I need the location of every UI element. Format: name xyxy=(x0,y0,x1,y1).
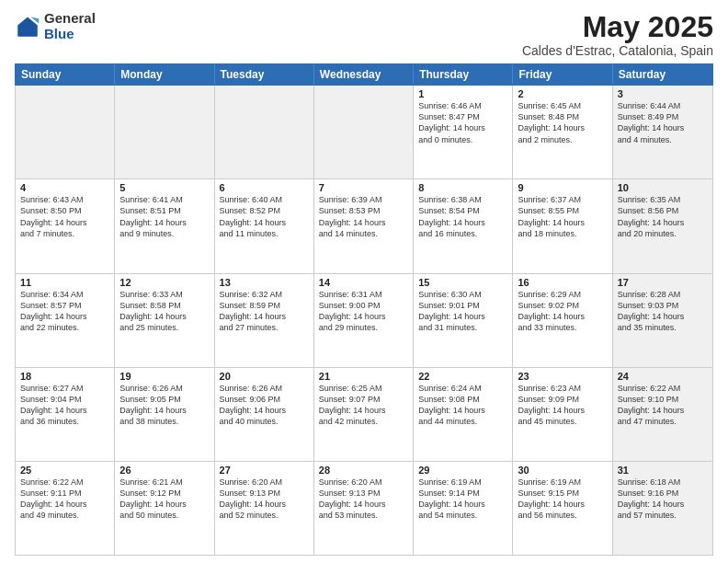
logo-text: General Blue xyxy=(44,11,96,41)
day-number: 14 xyxy=(319,277,408,288)
day-info: Sunrise: 6:21 AMSunset: 9:12 PMDaylight:… xyxy=(119,477,209,522)
day-info: Sunrise: 6:41 AMSunset: 8:51 PMDaylight:… xyxy=(119,194,209,239)
day-info: Sunrise: 6:26 AMSunset: 9:06 PMDaylight:… xyxy=(220,383,309,428)
calendar-day-6: 6Sunrise: 6:40 AMSunset: 8:52 PMDaylight… xyxy=(215,179,314,272)
header-day-saturday: Saturday xyxy=(613,64,712,85)
day-number: 6 xyxy=(220,182,309,193)
calendar-day-13: 13Sunrise: 6:32 AMSunset: 8:59 PMDayligh… xyxy=(215,274,314,367)
calendar-day-23: 23Sunrise: 6:23 AMSunset: 9:09 PMDayligh… xyxy=(513,368,612,461)
day-number: 17 xyxy=(618,277,708,288)
day-info: Sunrise: 6:20 AMSunset: 9:13 PMDaylight:… xyxy=(319,477,408,522)
day-info: Sunrise: 6:35 AMSunset: 8:56 PMDaylight:… xyxy=(618,194,708,239)
calendar-day-18: 18Sunrise: 6:27 AMSunset: 9:04 PMDayligh… xyxy=(16,368,115,461)
calendar-day-12: 12Sunrise: 6:33 AMSunset: 8:58 PMDayligh… xyxy=(115,274,214,367)
day-number: 22 xyxy=(418,371,507,382)
calendar-header-row: SundayMondayTuesdayWednesdayThursdayFrid… xyxy=(15,63,713,86)
calendar-day-3: 3Sunrise: 6:44 AMSunset: 8:49 PMDaylight… xyxy=(613,86,712,178)
logo-icon xyxy=(15,14,40,40)
main-title: May 2025 xyxy=(522,11,713,43)
calendar-day-20: 20Sunrise: 6:26 AMSunset: 9:06 PMDayligh… xyxy=(215,368,314,461)
calendar-week-5: 25Sunrise: 6:22 AMSunset: 9:11 PMDayligh… xyxy=(16,462,712,555)
day-info: Sunrise: 6:19 AMSunset: 9:14 PMDaylight:… xyxy=(418,477,507,522)
day-number: 8 xyxy=(418,182,507,193)
day-number: 25 xyxy=(20,465,109,476)
day-number: 30 xyxy=(518,465,607,476)
day-info: Sunrise: 6:40 AMSunset: 8:52 PMDaylight:… xyxy=(220,194,309,239)
day-number: 28 xyxy=(319,465,408,476)
calendar-empty-cell xyxy=(314,86,414,178)
day-info: Sunrise: 6:19 AMSunset: 9:15 PMDaylight:… xyxy=(518,477,607,522)
day-info: Sunrise: 6:39 AMSunset: 8:53 PMDaylight:… xyxy=(319,194,408,239)
day-info: Sunrise: 6:46 AMSunset: 8:47 PMDaylight:… xyxy=(418,100,507,145)
header-day-friday: Friday xyxy=(513,64,612,85)
day-info: Sunrise: 6:29 AMSunset: 9:02 PMDaylight:… xyxy=(518,289,607,334)
day-info: Sunrise: 6:30 AMSunset: 9:01 PMDaylight:… xyxy=(418,289,507,334)
calendar-week-4: 18Sunrise: 6:27 AMSunset: 9:04 PMDayligh… xyxy=(16,368,712,462)
header-day-monday: Monday xyxy=(115,64,214,85)
calendar-day-4: 4Sunrise: 6:43 AMSunset: 8:50 PMDaylight… xyxy=(16,179,115,272)
logo-general-label: General xyxy=(44,11,96,27)
calendar-day-9: 9Sunrise: 6:37 AMSunset: 8:55 PMDaylight… xyxy=(513,179,612,272)
calendar-week-3: 11Sunrise: 6:34 AMSunset: 8:57 PMDayligh… xyxy=(16,274,712,368)
day-info: Sunrise: 6:18 AMSunset: 9:16 PMDaylight:… xyxy=(618,477,708,522)
day-number: 1 xyxy=(418,88,507,99)
page-container: General Blue May 2025 Caldes d'Estrac, C… xyxy=(0,0,728,563)
calendar-empty-cell xyxy=(115,86,214,178)
day-number: 13 xyxy=(220,277,309,288)
day-info: Sunrise: 6:38 AMSunset: 8:54 PMDaylight:… xyxy=(418,194,507,239)
day-number: 16 xyxy=(518,277,607,288)
logo: General Blue xyxy=(15,11,96,41)
calendar-day-7: 7Sunrise: 6:39 AMSunset: 8:53 PMDaylight… xyxy=(314,179,414,272)
day-number: 4 xyxy=(20,182,109,193)
calendar-day-30: 30Sunrise: 6:19 AMSunset: 9:15 PMDayligh… xyxy=(513,462,612,555)
day-number: 15 xyxy=(418,277,507,288)
day-info: Sunrise: 6:23 AMSunset: 9:09 PMDaylight:… xyxy=(518,383,607,428)
day-number: 9 xyxy=(518,182,607,193)
calendar-day-22: 22Sunrise: 6:24 AMSunset: 9:08 PMDayligh… xyxy=(414,368,513,461)
calendar-week-2: 4Sunrise: 6:43 AMSunset: 8:50 PMDaylight… xyxy=(16,179,712,273)
day-number: 19 xyxy=(119,371,209,382)
day-info: Sunrise: 6:43 AMSunset: 8:50 PMDaylight:… xyxy=(20,194,109,239)
calendar-empty-cell xyxy=(16,86,115,178)
calendar-day-17: 17Sunrise: 6:28 AMSunset: 9:03 PMDayligh… xyxy=(613,274,712,367)
subtitle: Caldes d'Estrac, Catalonia, Spain xyxy=(522,43,713,58)
calendar-day-5: 5Sunrise: 6:41 AMSunset: 8:51 PMDaylight… xyxy=(115,179,214,272)
calendar-day-28: 28Sunrise: 6:20 AMSunset: 9:13 PMDayligh… xyxy=(314,462,414,555)
calendar-day-21: 21Sunrise: 6:25 AMSunset: 9:07 PMDayligh… xyxy=(314,368,414,461)
calendar-day-31: 31Sunrise: 6:18 AMSunset: 9:16 PMDayligh… xyxy=(613,462,712,555)
day-number: 10 xyxy=(618,182,708,193)
day-number: 2 xyxy=(518,88,607,99)
day-info: Sunrise: 6:44 AMSunset: 8:49 PMDaylight:… xyxy=(618,100,708,145)
calendar-day-2: 2Sunrise: 6:45 AMSunset: 8:48 PMDaylight… xyxy=(513,86,612,178)
day-number: 3 xyxy=(618,88,708,99)
calendar-day-16: 16Sunrise: 6:29 AMSunset: 9:02 PMDayligh… xyxy=(513,274,612,367)
day-number: 24 xyxy=(618,371,708,382)
day-info: Sunrise: 6:28 AMSunset: 9:03 PMDaylight:… xyxy=(618,289,708,334)
day-number: 11 xyxy=(20,277,109,288)
day-number: 12 xyxy=(119,277,209,288)
calendar-day-24: 24Sunrise: 6:22 AMSunset: 9:10 PMDayligh… xyxy=(613,368,712,461)
day-number: 26 xyxy=(119,465,209,476)
header-day-wednesday: Wednesday xyxy=(314,64,414,85)
day-number: 5 xyxy=(119,182,209,193)
calendar: SundayMondayTuesdayWednesdayThursdayFrid… xyxy=(15,63,713,556)
title-block: May 2025 Caldes d'Estrac, Catalonia, Spa… xyxy=(522,11,713,58)
day-number: 7 xyxy=(319,182,408,193)
header: General Blue May 2025 Caldes d'Estrac, C… xyxy=(15,11,713,58)
calendar-day-19: 19Sunrise: 6:26 AMSunset: 9:05 PMDayligh… xyxy=(115,368,214,461)
calendar-day-14: 14Sunrise: 6:31 AMSunset: 9:00 PMDayligh… xyxy=(314,274,414,367)
day-info: Sunrise: 6:26 AMSunset: 9:05 PMDaylight:… xyxy=(119,383,209,428)
calendar-day-25: 25Sunrise: 6:22 AMSunset: 9:11 PMDayligh… xyxy=(16,462,115,555)
calendar-day-10: 10Sunrise: 6:35 AMSunset: 8:56 PMDayligh… xyxy=(613,179,712,272)
day-info: Sunrise: 6:37 AMSunset: 8:55 PMDaylight:… xyxy=(518,194,607,239)
day-number: 23 xyxy=(518,371,607,382)
day-number: 31 xyxy=(618,465,708,476)
day-info: Sunrise: 6:32 AMSunset: 8:59 PMDaylight:… xyxy=(220,289,309,334)
header-day-thursday: Thursday xyxy=(414,64,513,85)
calendar-day-1: 1Sunrise: 6:46 AMSunset: 8:47 PMDaylight… xyxy=(414,86,513,178)
calendar-day-8: 8Sunrise: 6:38 AMSunset: 8:54 PMDaylight… xyxy=(414,179,513,272)
day-info: Sunrise: 6:33 AMSunset: 8:58 PMDaylight:… xyxy=(119,289,209,334)
calendar-day-29: 29Sunrise: 6:19 AMSunset: 9:14 PMDayligh… xyxy=(414,462,513,555)
day-info: Sunrise: 6:31 AMSunset: 9:00 PMDaylight:… xyxy=(319,289,408,334)
day-info: Sunrise: 6:34 AMSunset: 8:57 PMDaylight:… xyxy=(20,289,109,334)
